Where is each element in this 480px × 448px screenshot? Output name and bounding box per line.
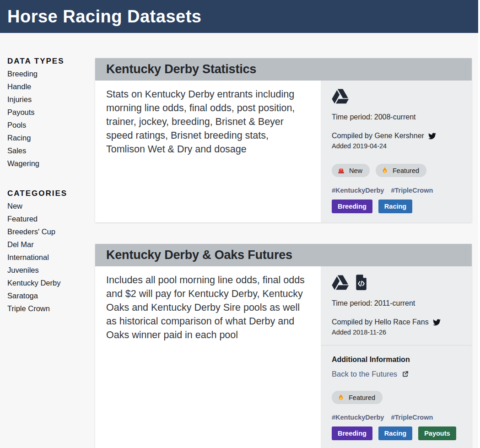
sidebar-section-categories: CATEGORIES New Featured Breeders' Cup De… bbox=[7, 189, 89, 313]
badges-row: Featured bbox=[332, 391, 461, 404]
page-title: Horse Racing Datasets bbox=[0, 7, 201, 27]
tag-breeding[interactable]: Breeding bbox=[332, 426, 372, 440]
sidebar-item-kentucky-derby[interactable]: Kentucky Derby bbox=[7, 279, 89, 287]
tag-racing[interactable]: Racing bbox=[378, 426, 412, 440]
file-code-icon[interactable] bbox=[355, 275, 367, 290]
badge-label: Featured bbox=[393, 167, 419, 174]
card-description: Stats on Kentucky Derby entrants includi… bbox=[106, 87, 309, 156]
sidebar-item-breeders-cup[interactable]: Breeders' Cup bbox=[7, 227, 89, 236]
badge-label: Featured bbox=[349, 394, 375, 401]
sidebar: DATA TYPES Breeding Handle Injuries Payo… bbox=[7, 57, 89, 317]
added-date: Added 2019-04-24 bbox=[332, 142, 461, 150]
tag-payouts[interactable]: Payouts bbox=[418, 426, 456, 440]
tags-row: Breeding Racing bbox=[332, 200, 461, 213]
compiled-by-row: Compiled by Hello Race Fans bbox=[332, 318, 461, 326]
sidebar-item-del-mar[interactable]: Del Mar bbox=[7, 240, 89, 249]
sidebar-item-payouts[interactable]: Payouts bbox=[7, 108, 89, 117]
source-icons-row bbox=[332, 89, 461, 104]
hashtag-triplecrown[interactable]: #TripleCrown bbox=[391, 414, 433, 421]
sidebar-item-pools[interactable]: Pools bbox=[7, 121, 89, 130]
twitter-icon[interactable] bbox=[428, 133, 436, 140]
badge-featured: Featured bbox=[332, 391, 383, 404]
additional-info-link[interactable]: Back to the Futures bbox=[332, 370, 461, 378]
hashtag-kentuckyderby[interactable]: #KentuckyDerby bbox=[332, 187, 384, 194]
sidebar-item-triple-crown[interactable]: Triple Crown bbox=[7, 304, 89, 313]
fire-icon bbox=[337, 394, 345, 401]
hashtag-kentuckyderby[interactable]: #KentuckyDerby bbox=[332, 414, 384, 421]
hashtags-row: #KentuckyDerby #TripleCrown bbox=[332, 414, 461, 421]
sidebar-item-racing[interactable]: Racing bbox=[7, 134, 89, 142]
sidebar-item-injuries[interactable]: Injuries bbox=[7, 95, 89, 104]
sidebar-item-wagering[interactable]: Wagering bbox=[7, 159, 89, 168]
card-description: Includes all pool morning line odds, fin… bbox=[106, 273, 309, 342]
badge-label: New bbox=[349, 167, 362, 174]
sidebar-item-sales[interactable]: Sales bbox=[7, 146, 89, 155]
badges-row: New Featured bbox=[332, 164, 461, 177]
sidebar-item-featured[interactable]: Featured bbox=[7, 215, 89, 223]
card-header: Kentucky Derby Statistics bbox=[95, 58, 472, 81]
added-date: Added 2018-11-26 bbox=[332, 329, 461, 336]
card-header: Kentucky Derby & Oaks Futures bbox=[95, 244, 472, 266]
badge-featured: Featured bbox=[376, 164, 426, 177]
sidebar-item-new[interactable]: New bbox=[7, 202, 89, 211]
sidebar-item-international[interactable]: International bbox=[7, 253, 89, 262]
card-description-panel: Stats on Kentucky Derby entrants includi… bbox=[95, 81, 321, 222]
additional-info-heading: Additional Information bbox=[332, 356, 461, 364]
sidebar-item-breeding[interactable]: Breeding bbox=[7, 70, 89, 78]
hashtag-triplecrown[interactable]: #TripleCrown bbox=[391, 187, 433, 194]
tag-racing[interactable]: Racing bbox=[378, 200, 412, 213]
dataset-card-kentucky-derby-statistics: Kentucky Derby Statistics Stats on Kentu… bbox=[95, 58, 472, 222]
twitter-icon[interactable] bbox=[433, 319, 441, 326]
card-title: Kentucky Derby Statistics bbox=[106, 62, 256, 76]
app-header: Horse Racing Datasets bbox=[0, 0, 478, 33]
sidebar-item-juveniles[interactable]: Juveniles bbox=[7, 266, 89, 275]
hashtags-row: #KentuckyDerby #TripleCrown bbox=[332, 187, 461, 194]
card-title: Kentucky Derby & Oaks Futures bbox=[106, 248, 292, 262]
external-link-icon bbox=[401, 370, 409, 378]
card-meta-panel: Time period: 2008-current Compiled by Ge… bbox=[321, 81, 472, 222]
google-drive-icon[interactable] bbox=[332, 89, 349, 104]
sidebar-item-handle[interactable]: Handle bbox=[7, 82, 89, 91]
source-icons-row bbox=[332, 275, 461, 290]
sidebar-heading-categories: CATEGORIES bbox=[7, 189, 89, 198]
time-period: Time period: 2011-current bbox=[332, 299, 461, 308]
additional-info-link-label[interactable]: Back to the Futures bbox=[332, 370, 397, 378]
compiled-by: Compiled by Gene Kershner bbox=[332, 132, 424, 140]
dataset-card-kentucky-derby-oaks-futures: Kentucky Derby & Oaks Futures Includes a… bbox=[95, 244, 472, 448]
card-body: Includes all pool morning line odds, fin… bbox=[95, 266, 472, 448]
card-meta-panel: Time period: 2011-current Compiled by He… bbox=[321, 266, 472, 448]
page: Horse Racing Datasets DATA TYPES Breedin… bbox=[0, 0, 478, 448]
sidebar-heading-data-types: DATA TYPES bbox=[7, 57, 89, 66]
compiled-by: Compiled by Hello Race Fans bbox=[332, 318, 429, 326]
tags-row: Breeding Racing Payouts bbox=[332, 426, 461, 440]
sidebar-item-saratoga[interactable]: Saratoga bbox=[7, 291, 89, 300]
meta-divider bbox=[321, 345, 472, 345]
tag-breeding[interactable]: Breeding bbox=[332, 200, 372, 213]
dataset-cards: Kentucky Derby Statistics Stats on Kentu… bbox=[95, 58, 472, 448]
badge-new: New bbox=[332, 164, 370, 177]
siren-icon bbox=[337, 167, 345, 174]
compiled-by-row: Compiled by Gene Kershner bbox=[332, 132, 461, 140]
google-drive-icon[interactable] bbox=[332, 275, 349, 290]
card-body: Stats on Kentucky Derby entrants includi… bbox=[95, 81, 472, 222]
fire-icon bbox=[381, 167, 388, 174]
card-description-panel: Includes all pool morning line odds, fin… bbox=[95, 266, 321, 448]
time-period: Time period: 2008-current bbox=[332, 113, 461, 121]
sidebar-section-data-types: DATA TYPES Breeding Handle Injuries Payo… bbox=[7, 57, 89, 168]
